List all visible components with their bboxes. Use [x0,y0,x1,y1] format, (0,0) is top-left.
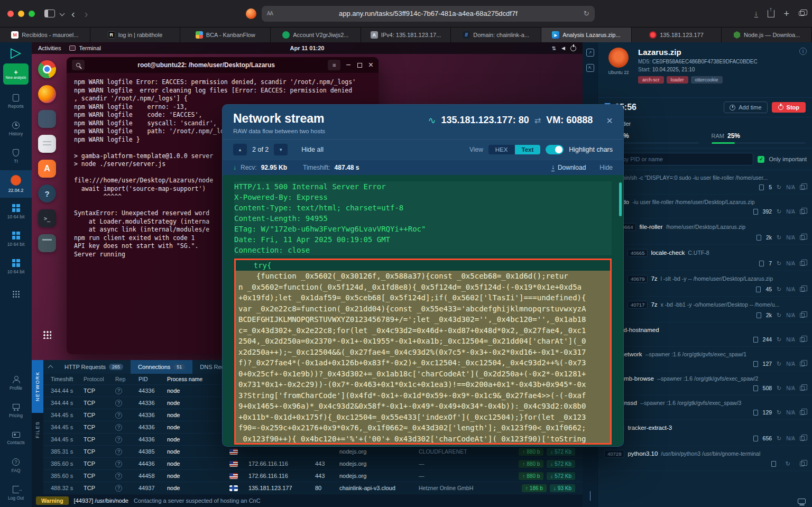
details-icon[interactable] [800,287,805,292]
terminal-minimize-icon[interactable]: − [346,60,350,70]
malware-family-row[interactable]: Loader [598,117,812,130]
chrome-icon[interactable] [38,60,56,78]
browser-tab[interactable]: 135.181.123.177 [632,27,722,42]
details-icon[interactable] [800,462,805,466]
new-tab-button[interactable]: + [784,9,790,19]
process-row[interactable]: 40665 locale-check C.UTF-8 7 ↻ N/A [598,245,812,271]
browser-tab[interactable]: M Recibidos - mauroel... [0,27,90,42]
activities-button[interactable]: Activities [38,45,61,51]
details-icon[interactable] [800,261,805,266]
terminal-close-icon[interactable]: × [368,60,373,70]
minimize-window-button[interactable] [18,11,24,17]
tab-overview-icon[interactable] [799,11,805,16]
stop-button[interactable]: Stop [772,102,806,113]
trash-icon[interactable] [38,234,56,252]
restart-icon[interactable]: ↻ [777,287,781,292]
process-row[interactable]: gvfsd-smb-browse --spawner :1.6 /org/gtk… [598,371,812,395]
selected-payload-box[interactable]: try{ {function _0x5602(_0x30126f,_0x588a… [234,259,612,445]
browser-tab[interactable]: BCA - KanbanFlow [180,27,271,42]
restart-icon[interactable]: ↻ [777,235,781,241]
help-icon[interactable]: ? [38,185,56,202]
details-icon[interactable] [800,436,805,441]
highlight-chars-toggle[interactable] [546,145,564,154]
show-apps-button[interactable] [36,330,58,339]
sidebar-bottom-item[interactable]: Contacts [0,425,32,452]
address-bar[interactable]: AA app.any.run/tasks/53ff914c-7b67-481a-… [262,6,595,22]
stream-content[interactable]: HTTP/1.1 500 Internal Server Error X-Pow… [223,175,623,446]
restart-icon[interactable]: ↻ [777,410,781,416]
restart-icon[interactable]: ↻ [777,436,781,441]
browser-tab[interactable]: Account V2grJiwjs2... [271,27,361,42]
prev-stream-button[interactable]: ▲ [233,144,247,155]
process-row[interactable]: gvfsd-network --spawner :1.6 /org/gtk/gv… [598,347,812,371]
network-tray-icon[interactable]: ⇅ [552,45,556,51]
process-row[interactable]: 40679 7z l -slt -bd -y -- /home/user/Des… [598,271,812,297]
connection-row[interactable]: 385.60 s TCP ? 44436 node 172.66.116.116… [43,457,583,469]
terminal-search-button[interactable] [72,60,85,70]
apps-grid-item[interactable] [0,280,32,308]
sidebar-bottom-item[interactable]: Pricing [0,397,32,425]
process-row[interactable]: 40717 7z x -bd -bb1 -y -o/home/user/Desk… [598,297,812,322]
window-controls[interactable] [7,11,35,17]
process-row[interactable]: bash /bin/sh -c "DISPLAY=:0 sudo -iu use… [598,170,812,195]
restart-icon[interactable]: ↻ [777,337,781,343]
hide-all-button[interactable]: Hide all [301,146,324,153]
back-button[interactable]: ‹ [69,8,77,19]
firefox-icon[interactable] [38,85,56,103]
documents-icon[interactable] [38,135,56,153]
restart-icon[interactable]: ↻ [777,185,781,190]
sidebar-item[interactable]: Reports [0,88,32,115]
process-row[interactable]: 40728 python3.10 /usr/bin/python3 /usr/b… [598,446,812,471]
scrollbar-thumb[interactable] [619,182,622,216]
restart-icon[interactable]: ↻ [786,461,790,467]
details-icon[interactable] [800,386,805,391]
malware-tag[interactable]: loader [667,76,688,84]
browser-tab[interactable]: A IPv4: 135.181.123.17... [361,27,451,42]
close-icon[interactable]: × [606,115,613,126]
monitor-icon[interactable] [798,499,806,504]
restart-icon[interactable]: ↻ [777,361,781,367]
restart-icon[interactable]: ↻ [777,385,781,391]
view-mode-segment[interactable]: HEX Text [488,145,540,154]
share-icon[interactable] [768,10,774,17]
collapse-right-icon[interactable] [590,491,590,501]
malware-tag[interactable]: arch-scr [638,76,664,84]
download-button[interactable]: ↓ Download [551,164,586,171]
sidebar-bottom-item[interactable]: FAQ [0,452,32,480]
close-window-button[interactable] [7,11,14,17]
open-in-new-icon[interactable]: ↗ [586,49,594,57]
url-text[interactable]: app.any.run/tasks/53ff914c-7b67-481a-a4e… [277,10,579,17]
tab-groups-chevron-icon[interactable] [60,12,64,15]
warning-process[interactable]: [44937] /usr/bin/node [74,497,128,504]
process-row[interactable]: systemd-hostnamed 244 ↻ N/A [598,322,812,347]
details-icon[interactable] [800,235,805,240]
terminal-menu-button[interactable]: ≡ [328,60,340,70]
details-icon[interactable] [800,362,805,366]
vm-clock[interactable]: Apr 11 01:20 [290,45,325,51]
details-icon[interactable] [800,209,805,214]
browser-tab[interactable]: R log in | rabbithole [90,27,181,42]
browser-tab[interactable]: // Domain: chainlink-a... [451,27,541,42]
collapse-panel-button[interactable] [43,364,57,370]
process-filter-input[interactable] [603,153,753,165]
zoom-window-button[interactable] [29,11,35,17]
reader-text-size-button[interactable]: AA [267,11,273,16]
forward-button[interactable]: › [82,8,90,19]
network-vertical-tab[interactable]: NETWORK [32,360,43,413]
volume-tray-icon[interactable]: ◀ [561,45,565,51]
files-vertical-tab[interactable]: FILES [32,413,43,447]
terminal-title-bar[interactable]: root@ubuntu22: /home/user/Desktop/Lazaru… [67,57,379,73]
details-icon[interactable] [800,410,805,415]
sidebar-toggle-icon[interactable] [44,10,55,17]
process-row[interactable]: 40664 file-roller /home/user/Desktop/Laz… [598,219,812,245]
restart-icon[interactable]: ↻ [777,209,781,215]
remote-endpoint[interactable]: 135.181.123.177: 80 [441,115,529,126]
info-icon[interactable]: i [799,48,807,55]
only-important-checkbox[interactable]: ✓ [758,156,764,163]
process-row[interactable]: sudo -iu user file-roller /home/user/Des… [598,195,812,219]
hex-mode-button[interactable]: HEX [488,145,515,154]
details-icon[interactable] [800,185,805,190]
connection-row[interactable]: 385.60 s TCP ? 44458 node 172.66.116.116… [43,469,583,482]
sidebar-item[interactable]: 10 64 bit [0,253,32,280]
process-row[interactable]: gvfsd-dnssd --spawner :1.6 /org/gtk/gvfs… [598,395,812,420]
